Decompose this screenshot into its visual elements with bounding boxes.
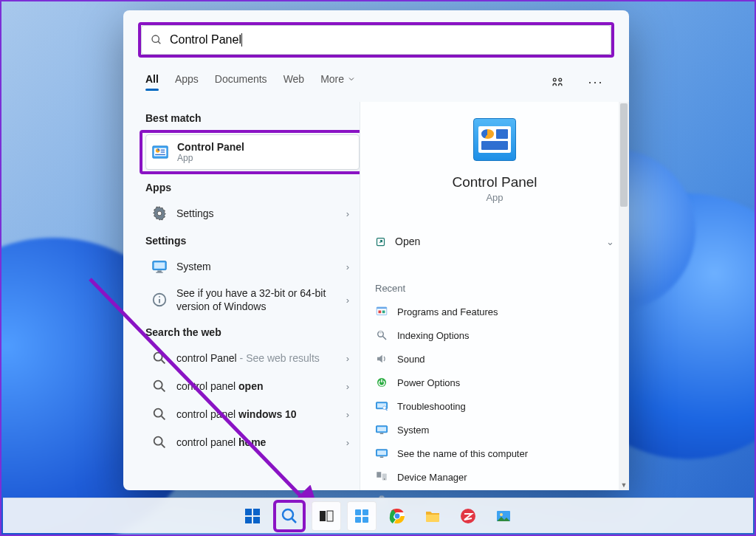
annotation-highlight xyxy=(273,500,306,532)
svg-rect-45 xyxy=(380,457,384,458)
indexing-icon xyxy=(375,329,388,342)
recent-power-options[interactable]: Power Options xyxy=(365,371,625,394)
svg-line-57 xyxy=(292,518,297,523)
svg-point-25 xyxy=(154,437,162,445)
search-icon xyxy=(151,378,168,394)
svg-point-34 xyxy=(379,330,382,334)
result-title: Control Panel xyxy=(177,141,353,153)
section-best-match: Best match xyxy=(145,112,360,124)
recent-see-computer-name[interactable]: See the name of this computer xyxy=(365,441,625,465)
result-web-control-panel-win10[interactable]: control panel windows 10 › xyxy=(145,400,360,428)
tab-apps[interactable]: Apps xyxy=(175,73,199,91)
result-web-control-panel-home[interactable]: control panel home › xyxy=(145,428,360,456)
svg-point-23 xyxy=(154,409,162,417)
detail-pane: Control Panel App Open ⌄ Recent Programs… xyxy=(360,102,629,490)
svg-line-26 xyxy=(162,444,165,448)
result-settings-app[interactable]: Settings › xyxy=(145,199,360,227)
svg-rect-30 xyxy=(379,311,382,314)
result-32-64-bit[interactable]: See if you have a 32-bit or 64-bit versi… xyxy=(145,281,360,319)
recent-programs-and-features[interactable]: Programs and Features xyxy=(365,300,625,323)
info-icon xyxy=(151,292,168,308)
chevron-right-icon: › xyxy=(346,437,349,448)
search-icon xyxy=(151,406,168,422)
open-action[interactable]: Open ⌄ xyxy=(360,224,629,259)
monitor-icon xyxy=(151,258,168,275)
taskbar-chrome[interactable] xyxy=(382,501,412,531)
recent-device-manager[interactable]: Device Manager xyxy=(365,465,625,489)
tab-all[interactable]: All xyxy=(145,73,159,91)
result-web-control-panel-open[interactable]: control panel open › xyxy=(145,372,360,400)
more-options-button[interactable]: ··· xyxy=(585,71,607,93)
svg-rect-52 xyxy=(245,509,252,515)
svg-point-19 xyxy=(154,353,162,361)
result-title: System xyxy=(176,261,337,272)
chevron-down-icon[interactable]: ⌄ xyxy=(606,236,614,247)
svg-line-39 xyxy=(385,409,387,410)
taskbar-app-image[interactable] xyxy=(489,501,518,531)
taskbar-search-button[interactable] xyxy=(276,501,303,531)
search-icon xyxy=(151,34,162,46)
tab-documents[interactable]: Documents xyxy=(215,73,267,91)
result-system-setting[interactable]: System › xyxy=(145,252,360,281)
svg-rect-58 xyxy=(320,511,326,521)
svg-rect-44 xyxy=(377,450,386,455)
result-subtitle: App xyxy=(177,153,353,163)
svg-rect-54 xyxy=(245,517,252,523)
svg-point-3 xyxy=(559,78,562,81)
chevron-right-icon: › xyxy=(346,208,349,219)
detail-subtitle: App xyxy=(486,192,503,203)
taskbar-file-explorer[interactable] xyxy=(418,501,447,531)
svg-point-56 xyxy=(283,509,293,520)
recent-troubleshooting[interactable]: Troubleshooting xyxy=(365,394,625,418)
system-icon xyxy=(375,423,388,436)
search-across-devices-button[interactable] xyxy=(546,71,568,93)
recent-system[interactable]: System xyxy=(365,418,625,441)
svg-rect-14 xyxy=(157,271,162,272)
programs-icon xyxy=(375,305,388,318)
svg-rect-62 xyxy=(355,517,361,523)
svg-point-66 xyxy=(395,513,400,518)
recent-label: Recent xyxy=(360,269,629,300)
recent-indexing-options[interactable]: Indexing Options xyxy=(365,323,625,347)
tab-more[interactable]: More xyxy=(320,73,356,91)
scroll-down-icon[interactable]: ▼ xyxy=(619,480,629,490)
section-search-web: Search the web xyxy=(145,326,360,338)
taskbar-widgets[interactable] xyxy=(347,501,377,531)
start-search-panel: Control Panel All Apps Documents Web Mor… xyxy=(123,10,629,490)
result-title: Settings xyxy=(176,207,337,219)
tab-web[interactable]: Web xyxy=(284,73,305,91)
svg-rect-60 xyxy=(355,509,361,515)
scroll-thumb[interactable] xyxy=(620,103,628,207)
svg-rect-13 xyxy=(154,263,165,269)
taskbar-task-view[interactable] xyxy=(312,501,341,531)
chevron-right-icon: › xyxy=(346,261,349,272)
scrollbar[interactable]: ▲ ▼ xyxy=(619,102,629,490)
computer-name-icon xyxy=(375,447,388,460)
svg-line-24 xyxy=(162,416,165,420)
svg-rect-46 xyxy=(377,472,381,478)
taskbar-app-red[interactable] xyxy=(453,501,483,531)
power-icon xyxy=(375,376,388,389)
result-control-panel[interactable]: Control Panel App xyxy=(145,134,360,170)
svg-point-21 xyxy=(154,381,162,389)
troubleshoot-icon xyxy=(375,399,388,413)
svg-rect-59 xyxy=(327,511,333,521)
chevron-right-icon: › xyxy=(346,381,349,392)
detail-title: Control Panel xyxy=(452,174,537,190)
svg-rect-15 xyxy=(156,272,162,272)
svg-line-33 xyxy=(383,337,387,340)
svg-rect-63 xyxy=(362,517,368,523)
svg-rect-9 xyxy=(155,154,165,155)
svg-rect-41 xyxy=(377,427,386,431)
result-web-control-panel[interactable]: control Panel - See web results › xyxy=(145,344,360,372)
control-panel-icon xyxy=(152,144,168,160)
recent-sound[interactable]: Sound xyxy=(365,347,625,371)
control-panel-icon-large xyxy=(473,118,516,161)
section-apps: Apps xyxy=(145,182,360,193)
gear-icon xyxy=(151,205,168,221)
start-button[interactable] xyxy=(238,501,267,531)
search-box[interactable]: Control Panel xyxy=(141,25,611,55)
svg-rect-42 xyxy=(380,433,384,435)
taskbar xyxy=(3,498,753,533)
svg-rect-53 xyxy=(253,509,260,515)
